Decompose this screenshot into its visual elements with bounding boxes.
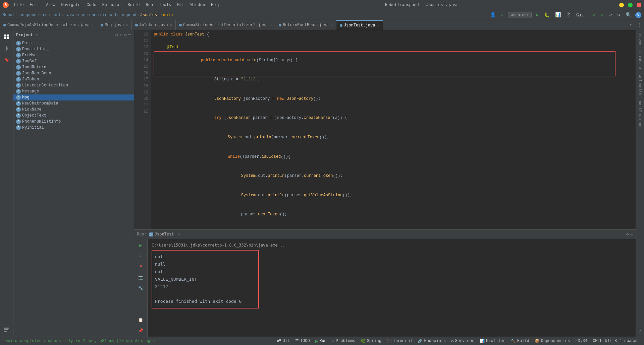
tab-json-test[interactable]: JsonTest.java ✕ — [336, 20, 383, 30]
checkmark-icon[interactable]: ✓ — [637, 327, 643, 335]
status-run-btn[interactable]: ▶ Run — [313, 338, 329, 344]
run-minimize-icon[interactable]: − — [630, 232, 633, 237]
breadcrumb-item-5[interactable]: chen — [89, 13, 99, 17]
run-camera-btn[interactable]: 📷 — [136, 273, 146, 282]
menu-refactor[interactable]: Refactor — [100, 2, 124, 8]
tree-item-objecttext[interactable]: C ObjectText — [13, 113, 134, 119]
tree-item-errmsg[interactable]: C ErrMsg — [13, 52, 134, 58]
status-problems-btn[interactable]: ⚠ Problems — [329, 339, 358, 344]
tab-return-root-bean[interactable]: ReturnRootBean.java ✕ — [275, 20, 336, 30]
run-settings-icon[interactable]: ⚙ — [626, 232, 629, 237]
git-undo[interactable]: ↩ — [608, 11, 613, 18]
status-git-btn[interactable]: Git — [274, 339, 292, 343]
menu-git[interactable]: Git — [174, 2, 187, 8]
menu-window[interactable]: Window — [188, 2, 208, 8]
jclasslib-panel-btn[interactable]: Jclasslib — [637, 72, 643, 97]
profile-run-button[interactable]: ⏱ — [565, 12, 572, 18]
breadcrumb-item-3[interactable]: java — [65, 13, 74, 17]
tree-item-jsonrootbean[interactable]: C JsonRootBean — [13, 70, 134, 76]
tree-item-linkedin[interactable]: C LinkedinContactItem — [13, 82, 134, 88]
profile-icon[interactable]: 👤 — [489, 11, 497, 18]
project-dropdown-icon[interactable]: ▾ — [36, 33, 38, 37]
tree-item-nickname[interactable]: C NickName — [13, 107, 134, 113]
git-check2[interactable]: ✓ — [600, 11, 605, 18]
tabs-more-btn[interactable]: ▾ — [627, 22, 635, 27]
tree-item-pyinitial[interactable]: C PyInitial — [13, 125, 134, 131]
tab-close-btn[interactable]: ✕ — [331, 23, 333, 27]
tab-close-btn[interactable]: ✕ — [170, 23, 172, 27]
tab-jwtoken[interactable]: JwToken.java ✕ — [132, 20, 176, 30]
notifications-panel-btn[interactable]: Notifications — [637, 98, 643, 132]
tree-item-ipadreturn[interactable]: C IpadReturn — [13, 64, 134, 70]
breadcrumb-item-0[interactable]: RebotTranspond — [3, 13, 37, 17]
project-panel-btn[interactable] — [1, 31, 12, 42]
tree-item-newchatroom[interactable]: C NewChatroomData — [13, 100, 134, 107]
code-lines[interactable]: public class JsonTest { @Test public sta… — [151, 30, 636, 229]
run-pin-btn[interactable]: 📌 — [136, 326, 146, 335]
tab-comma-pojo[interactable]: CommaPojoAsStringDeserializer.java ✕ — [0, 20, 97, 30]
breadcrumb-item-2[interactable]: test — [51, 13, 61, 17]
search-icon[interactable]: 🔍 — [624, 11, 633, 18]
collapse-all-icon[interactable]: ⬆ — [120, 32, 122, 38]
breadcrumb-item-7[interactable]: JsonTest — [140, 13, 160, 17]
coverage-button[interactable]: 📊 — [554, 11, 562, 18]
database-panel-btn[interactable]: Database — [637, 49, 643, 72]
tree-item-phone[interactable]: C Phonenumlistinfo — [13, 119, 134, 125]
tabs-settings-btn[interactable]: ⋮ — [635, 22, 644, 27]
tree-item-jwtoken[interactable]: C JwToken — [13, 76, 134, 82]
menu-navigate[interactable]: Navigate — [58, 2, 83, 8]
maven-panel-btn[interactable]: Maven — [637, 31, 643, 48]
settings-icon[interactable]: ⚙ — [124, 32, 126, 38]
tab-close-btn[interactable]: ✕ — [92, 23, 94, 27]
structure-panel-btn[interactable] — [1, 325, 12, 335]
breadcrumb-item-6[interactable]: rebottranspond — [103, 13, 137, 17]
menu-view[interactable]: View — [43, 2, 58, 8]
sync-icon[interactable]: ⚙ — [115, 32, 118, 38]
minimize-panel-icon[interactable]: − — [128, 32, 131, 38]
status-spring-btn[interactable]: 🌿 Spring — [358, 339, 384, 344]
run-down-btn[interactable]: ↓ — [136, 251, 146, 261]
tree-item-imgbuf[interactable]: C ImgBuf — [13, 58, 134, 64]
close-button[interactable] — [637, 3, 641, 7]
menu-help[interactable]: Help — [208, 2, 223, 8]
breadcrumb-item-8[interactable]: main — [163, 13, 173, 17]
code-editor[interactable]: 10 11 12 13 14 15 16 17 18 19 20 21 22 — [134, 30, 636, 229]
status-build-btn[interactable]: 🔨 Build — [508, 339, 532, 344]
menu-build[interactable]: Build — [125, 2, 142, 8]
breadcrumb-item-4[interactable]: com — [78, 13, 86, 17]
status-services-btn[interactable]: ⚙ Services — [448, 339, 477, 344]
run-tools-btn[interactable]: 🔧 — [136, 283, 146, 293]
git-redo[interactable]: ↪ — [616, 11, 622, 18]
vcs-check-icon[interactable]: ✓ — [500, 11, 505, 18]
status-endpoints-btn[interactable]: 🔗 Endpoints — [415, 339, 448, 344]
tree-item-data[interactable]: C Data — [13, 40, 134, 46]
status-terminal-btn[interactable]: ⬛ Terminal — [384, 339, 415, 344]
tab-close-btn[interactable]: ✕ — [270, 23, 272, 27]
git-check[interactable]: ✓ — [591, 11, 597, 18]
status-profiler-btn[interactable]: 📊 Profiler — [477, 339, 508, 344]
menu-code[interactable]: Code — [84, 2, 99, 8]
debug-button[interactable]: 🐛 — [543, 11, 551, 18]
user-avatar[interactable]: U — [635, 12, 641, 18]
run-history-btn[interactable]: 📋 — [136, 315, 146, 325]
commit-panel-btn[interactable] — [1, 43, 12, 54]
run-config-selector[interactable]: JsonTest — [508, 12, 532, 18]
menu-tools[interactable]: Tools — [156, 2, 174, 8]
status-dependencies-btn[interactable]: 📦 Dependencies — [532, 339, 573, 344]
run-tab-close[interactable]: ✕ — [178, 232, 180, 236]
tree-item-msg[interactable]: C Msg — [13, 94, 134, 100]
tree-item-domainlist[interactable]: C DomainList_ — [13, 46, 134, 52]
menu-edit[interactable]: Edit — [27, 2, 42, 8]
breadcrumb-item-1[interactable]: src — [40, 13, 48, 17]
tab-close-btn[interactable]: ✕ — [126, 23, 128, 27]
bookmarks-panel-btn[interactable]: 🔖 — [1, 54, 12, 65]
status-todo-btn[interactable]: ☰ TODO — [292, 339, 313, 344]
run-button[interactable]: ▶ — [534, 11, 540, 18]
tab-msg[interactable]: Msg.java ✕ — [97, 20, 132, 30]
maximize-button[interactable] — [628, 3, 633, 7]
tab-close-btn[interactable]: ✕ — [377, 23, 379, 27]
minimize-button[interactable] — [619, 3, 624, 7]
run-play-btn[interactable]: ▶ — [136, 240, 146, 250]
run-stop-btn[interactable]: ■ — [136, 262, 146, 271]
tab-comma-string[interactable]: CommaStringAsListDeserializer2.java ✕ — [176, 20, 275, 30]
